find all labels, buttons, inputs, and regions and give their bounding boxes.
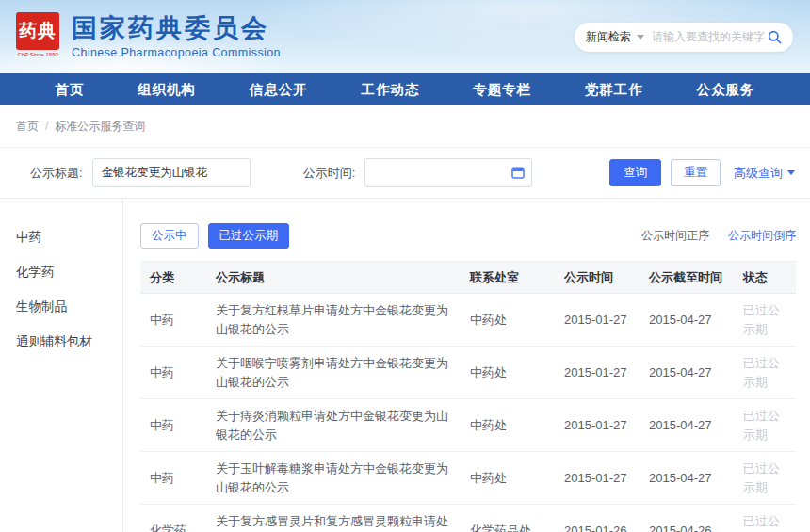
chevron-down-icon (787, 170, 795, 175)
seal-characters: 药典 (16, 12, 59, 50)
cell-dept: 中药处 (461, 347, 555, 399)
time-filter-field (364, 158, 532, 187)
page: 药典 ChP Since 1950 国家药典委员会 Chinese Pharma… (0, 0, 810, 532)
header-search-bar: 新闻检索 (575, 23, 793, 52)
category-sidebar: 中药 化学药 生物制品 通则辅料包材 (0, 199, 123, 532)
breadcrumb-home[interactable]: 首页 (16, 119, 39, 135)
nav-item-home[interactable]: 首页 (55, 81, 84, 99)
cell-category: 化学药 (140, 505, 206, 532)
nav-item-public-service[interactable]: 公众服务 (697, 81, 755, 99)
main-nav: 首页 组织机构 信息公开 工作动态 专题专栏 党群工作 公众服务 (0, 73, 810, 105)
seal-logo-icon: 药典 ChP Since 1950 (15, 12, 60, 61)
cell-title[interactable]: 关于复方感冒灵片和复方感冒灵颗粒申请处方中金银花变更为山银花的公示 (206, 505, 461, 532)
cell-end-date: 2015-04-27 (640, 399, 734, 452)
announcement-table: 分类 公示标题 联系处室 公示时间 公示截至时间 状态 中药 关于复方红根草片申… (140, 261, 796, 532)
cell-end-date: 2015-04-27 (640, 347, 734, 399)
nav-item-party-work[interactable]: 党群工作 (585, 81, 643, 99)
sort-time-asc-link[interactable]: 公示时间正序 (641, 228, 709, 244)
site-logo[interactable]: 药典 ChP Since 1950 国家药典委员会 Chinese Pharma… (15, 12, 281, 61)
sidebar-item-general-excipients-packaging[interactable]: 通则辅料包材 (0, 324, 122, 359)
breadcrumb: 首页 / 标准公示服务查询 (0, 105, 810, 148)
cell-dept: 化学药品处 (461, 505, 555, 532)
status-badge: 已过公示期 (734, 452, 796, 505)
col-header-category: 分类 (140, 262, 206, 294)
cell-start-date: 2015-01-27 (555, 294, 640, 347)
cell-end-date: 2015-04-27 (640, 452, 734, 505)
nav-item-work-news[interactable]: 工作动态 (361, 81, 419, 99)
cell-dept: 中药处 (461, 452, 555, 505)
site-titles: 国家药典委员会 Chinese Pharmacopoeia Commission (72, 14, 281, 58)
nav-item-info-disclosure[interactable]: 信息公开 (250, 81, 308, 99)
nav-item-organization[interactable]: 组织机构 (138, 81, 196, 99)
time-filter-label: 公示时间: (303, 165, 356, 182)
cell-start-date: 2015-01-27 (555, 347, 640, 399)
site-header: 药典 ChP Since 1950 国家药典委员会 Chinese Pharma… (0, 0, 810, 73)
table-row: 中药 关于复方红根草片申请处方中金银花变更为山银花的公示 中药处 2015-01… (140, 294, 796, 347)
nav-item-special-topics[interactable]: 专题专栏 (473, 81, 531, 99)
tab-ongoing[interactable]: 公示中 (140, 223, 199, 249)
status-badge: 已过公示期 (734, 505, 796, 532)
sidebar-item-tcm[interactable]: 中药 (0, 219, 122, 254)
cell-title[interactable]: 关于复方红根草片申请处方中金银花变更为山银花的公示 (206, 294, 461, 347)
header-search-input[interactable] (652, 30, 764, 43)
status-badge: 已过公示期 (734, 347, 796, 399)
sort-links: 公示时间正序 公示时间倒序 (641, 228, 796, 244)
cell-dept: 中药处 (461, 294, 555, 347)
filter-bar: 公示标题: 公示时间: 查询 重置 高级查询 (0, 148, 810, 199)
seal-subtitle: ChP Since 1950 (17, 52, 57, 57)
cell-category: 中药 (140, 452, 206, 505)
sidebar-item-chemical-drugs[interactable]: 化学药 (0, 254, 122, 289)
time-filter-input[interactable] (364, 158, 532, 187)
table-header-row: 分类 公示标题 联系处室 公示时间 公示截至时间 状态 (140, 262, 796, 294)
col-header-start: 公示时间 (555, 262, 640, 294)
tab-expired[interactable]: 已过公示期 (208, 223, 290, 249)
col-header-dept: 联系处室 (461, 262, 555, 294)
search-icon[interactable] (768, 30, 782, 44)
reset-button[interactable]: 重置 (671, 159, 721, 186)
table-row: 化学药 关于复方感冒灵片和复方感冒灵颗粒申请处方中金银花变更为山银花的公示 化学… (140, 505, 796, 532)
status-badge: 已过公示期 (734, 399, 796, 452)
title-filter-label: 公示标题: (30, 165, 83, 182)
breadcrumb-current: 标准公示服务查询 (55, 119, 145, 135)
table-row: 中药 关于痔炎消颗粒申请处方中金银花变更为山银花的公示 中药处 2015-01-… (140, 399, 796, 452)
query-button[interactable]: 查询 (609, 159, 661, 186)
cell-title[interactable]: 关于玉叶解毒糖浆申请处方中金银花变更为山银花的公示 (206, 452, 461, 505)
cell-start-date: 2015-01-27 (555, 399, 640, 452)
advanced-query-link[interactable]: 高级查询 (734, 165, 795, 182)
cell-start-date: 2015-01-27 (555, 452, 640, 505)
table-row: 中药 关于玉叶解毒糖浆申请处方中金银花变更为山银花的公示 中药处 2015-01… (140, 452, 796, 505)
calendar-icon[interactable] (511, 166, 525, 183)
cell-title[interactable]: 关于痔炎消颗粒申请处方中金银花变更为山银花的公示 (206, 399, 461, 452)
main-area: 中药 化学药 生物制品 通则辅料包材 公示中 已过公示期 公示时间正序 公示时间… (0, 199, 810, 532)
sidebar-item-biologics[interactable]: 生物制品 (0, 289, 122, 324)
cell-title[interactable]: 关于咽喉宁喷雾剂申请处方中金银花变更为山银花的公示 (206, 347, 461, 399)
search-category-select[interactable]: 新闻检索 (586, 29, 631, 45)
cell-end-date: 2015-04-27 (640, 294, 734, 347)
col-header-end: 公示截至时间 (640, 262, 734, 294)
cell-end-date: 2015-04-26 (640, 505, 734, 532)
col-header-status: 状态 (734, 262, 796, 294)
status-badge: 已过公示期 (734, 294, 796, 347)
cell-category: 中药 (140, 399, 206, 452)
col-header-title: 公示标题 (206, 262, 461, 294)
chevron-down-icon (637, 35, 644, 40)
title-filter-input[interactable] (92, 158, 251, 187)
site-name-english: Chinese Pharmacopoeia Commission (72, 46, 281, 59)
results-panel: 公示中 已过公示期 公示时间正序 公示时间倒序 分类 公示标题 联系处室 (123, 199, 810, 532)
breadcrumb-separator: / (45, 120, 48, 133)
cell-category: 中药 (140, 347, 206, 399)
advanced-query-label: 高级查询 (734, 165, 783, 182)
site-name: 国家药典委员会 (72, 14, 281, 43)
table-row: 中药 关于咽喉宁喷雾剂申请处方中金银花变更为山银花的公示 中药处 2015-01… (140, 347, 796, 399)
cell-category: 中药 (140, 294, 206, 347)
results-toolbar: 公示中 已过公示期 公示时间正序 公示时间倒序 (140, 223, 796, 249)
sort-time-desc-link[interactable]: 公示时间倒序 (728, 228, 796, 244)
filter-actions: 查询 重置 高级查询 (609, 159, 795, 186)
cell-start-date: 2015-01-26 (555, 505, 640, 532)
cell-dept: 中药处 (461, 399, 555, 452)
